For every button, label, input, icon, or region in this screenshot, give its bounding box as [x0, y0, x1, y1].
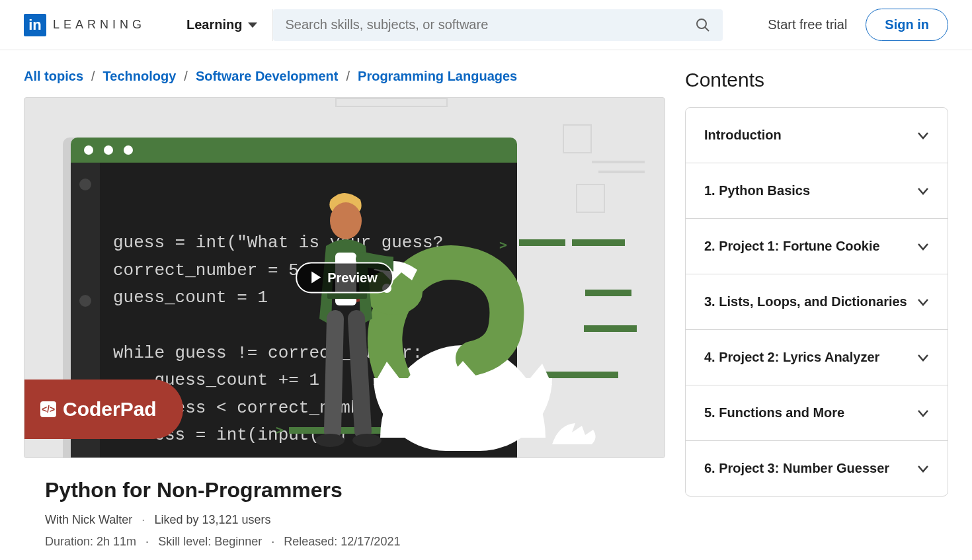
contents-section[interactable]: 5. Functions and More [686, 385, 948, 441]
separator-dot: · [271, 535, 274, 549]
sign-in-button[interactable]: Sign in [866, 9, 948, 41]
section-label: Introduction [704, 128, 782, 143]
learning-dropdown-label: Learning [186, 17, 242, 32]
chevron-down-icon [917, 185, 929, 197]
svg-line-1 [705, 27, 709, 31]
logo[interactable]: in LEARNING [24, 14, 145, 36]
contents-section[interactable]: Introduction [686, 108, 948, 163]
separator-dot: · [142, 513, 145, 527]
header-right: Start free trial Sign in [768, 9, 948, 41]
duration-label: Duration: [45, 535, 93, 548]
hero-illustration [281, 160, 625, 451]
window-titlebar [71, 138, 517, 163]
breadcrumb-link[interactable]: Technology [103, 69, 177, 84]
section-label: 6. Project 3: Number Guesser [704, 461, 889, 476]
breadcrumb-link[interactable]: Programming Languages [358, 69, 517, 84]
released-value: 12/17/2021 [341, 535, 400, 548]
contents-section[interactable]: 3. Lists, Loops, and Dictionaries [686, 274, 948, 330]
contents-section[interactable]: 2. Project 1: Fortune Cookie [686, 219, 948, 274]
preview-label: Preview [327, 270, 378, 285]
breadcrumb-separator: / [184, 69, 188, 84]
released-label: Released: [284, 535, 337, 548]
section-label: 3. Lists, Loops, and Dictionaries [704, 294, 907, 309]
contents-accordion: Introduction 1. Python Basics 2. Project… [685, 107, 948, 497]
coderpad-icon: </> [40, 401, 56, 417]
duration-value: 2h 11m [97, 535, 136, 548]
liked-by: Liked by 13,121 users [154, 513, 270, 527]
section-label: 4. Project 2: Lyrics Analyzer [704, 350, 879, 365]
caret-down-icon [247, 20, 258, 30]
with-prefix: With [45, 513, 69, 526]
search-input[interactable] [285, 17, 695, 32]
chevron-down-icon [917, 352, 929, 364]
course-hero[interactable]: guess = int("What is your guess? correct… [24, 97, 665, 458]
play-icon [311, 272, 321, 284]
section-label: 2. Project 1: Fortune Cookie [704, 239, 880, 254]
svg-point-0 [697, 19, 706, 28]
course-byline: With Nick Walter · Liked by 13,121 users [45, 513, 644, 527]
coderpad-badge: </> CoderPad [24, 380, 183, 439]
search-bar[interactable] [273, 9, 723, 41]
section-label: 5. Functions and More [704, 405, 844, 420]
breadcrumb-separator: / [91, 69, 95, 84]
learning-dropdown[interactable]: Learning [172, 9, 273, 41]
search-icon[interactable] [695, 17, 711, 33]
chevron-down-icon [917, 296, 929, 308]
global-header: in LEARNING Learning Start free trial Si… [0, 0, 972, 50]
contents-section[interactable]: 4. Project 2: Lyrics Analyzer [686, 330, 948, 385]
contents-section[interactable]: 6. Project 3: Number Guesser [686, 441, 948, 496]
linkedin-logo-icon: in [24, 14, 46, 36]
chevron-down-icon [917, 463, 929, 475]
section-label: 1. Python Basics [704, 183, 810, 198]
contents-heading: Contents [685, 69, 948, 91]
coderpad-label: CoderPad [63, 398, 157, 420]
page-body: All topics / Technology / Software Devel… [0, 50, 972, 549]
svg-point-8 [315, 434, 344, 447]
chevron-down-icon [917, 130, 929, 141]
skill-level-value: Beginner [214, 535, 262, 548]
contents-section[interactable]: 1. Python Basics [686, 163, 948, 219]
breadcrumb: All topics / Technology / Software Devel… [24, 69, 665, 84]
separator-dot: · [145, 535, 149, 549]
svg-point-9 [352, 434, 382, 447]
course-author[interactable]: Nick Walter [72, 513, 132, 526]
course-details-line: Duration: 2h 11m · Skill level: Beginner… [45, 535, 644, 549]
breadcrumb-link[interactable]: All topics [24, 69, 83, 84]
logo-learning-text: LEARNING [53, 18, 145, 32]
breadcrumb-separator: / [346, 69, 350, 84]
course-title: Python for Non-Programmers [45, 478, 644, 502]
course-meta: Python for Non-Programmers With Nick Wal… [24, 458, 665, 549]
contents-sidebar: Contents Introduction 1. Python Basics 2… [685, 69, 948, 549]
chevron-down-icon [917, 241, 929, 253]
breadcrumb-link[interactable]: Software Development [196, 69, 339, 84]
preview-button[interactable]: Preview [296, 262, 393, 293]
main-column: All topics / Technology / Software Devel… [24, 69, 665, 549]
start-free-trial-link[interactable]: Start free trial [768, 17, 847, 32]
svg-point-4 [330, 202, 362, 239]
skill-level-label: Skill level: [158, 535, 211, 548]
chevron-down-icon [917, 407, 929, 419]
